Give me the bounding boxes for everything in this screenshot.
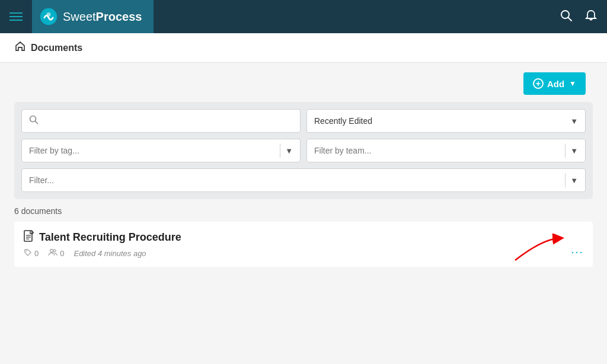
document-count: 6 documents: [14, 206, 593, 216]
doc-actions: ⋮: [569, 246, 583, 258]
sort-select-wrap: Recently Edited A-Z Z-A Recently Created…: [306, 109, 586, 133]
doc-file-icon: [24, 230, 34, 245]
svg-point-12: [53, 250, 56, 252]
bell-icon[interactable]: [584, 9, 598, 25]
filter-input[interactable]: [29, 175, 560, 185]
team-icon: [48, 248, 57, 258]
search-wrap: [21, 109, 301, 133]
doc-edited: Edited 4 minutes ago: [74, 249, 146, 258]
filter-chevron-icon: ▼: [570, 176, 578, 185]
toolbar: + Add ▼: [14, 72, 593, 95]
doc-tag-count: 0: [24, 248, 39, 258]
tag-divider: [280, 143, 280, 158]
logo-bold: Process: [96, 10, 142, 23]
filter-tag-wrap: ▼: [21, 139, 301, 162]
logo-light: Sweet: [63, 10, 96, 23]
filter-row-3: ▼: [21, 168, 586, 192]
doc-edited-text: Edited 4 minutes ago: [74, 249, 146, 258]
header-left: SweetProcess: [9, 0, 154, 33]
svg-line-3: [568, 17, 572, 21]
three-dots-menu[interactable]: ⋮: [569, 246, 583, 258]
search-filter-icon: [29, 115, 39, 127]
doc-title-row: Talent Recruiting Procedure: [24, 230, 583, 245]
doc-title[interactable]: Talent Recruiting Procedure: [39, 231, 181, 244]
filter-team-input[interactable]: [314, 146, 560, 155]
add-button[interactable]: + Add ▼: [523, 72, 586, 95]
header-right: [560, 9, 598, 25]
team-chevron-icon: ▼: [570, 146, 578, 155]
tag-count-value: 0: [34, 249, 39, 258]
team-divider: [565, 143, 566, 158]
filter-row-1: Recently Edited A-Z Z-A Recently Created…: [21, 109, 586, 133]
logo-text: SweetProcess: [63, 10, 142, 24]
filter-divider: [565, 173, 566, 187]
add-chevron-icon: ▼: [569, 79, 576, 88]
search-input[interactable]: [43, 116, 293, 126]
add-button-label: Add: [547, 79, 564, 89]
red-arrow-annotation: [512, 234, 566, 263]
doc-meta: 0 0 Edited 4 minutes ago: [24, 248, 583, 258]
hamburger-menu[interactable]: [9, 12, 23, 21]
svg-point-11: [50, 250, 53, 253]
filter-team-wrap: ▼: [306, 139, 586, 162]
filter-panel: Recently Edited A-Z Z-A Recently Created…: [14, 102, 593, 199]
home-icon: [14, 40, 26, 55]
add-plus-icon: +: [533, 78, 544, 89]
svg-line-5: [36, 122, 38, 124]
svg-rect-6: [24, 231, 32, 241]
main-content: + Add ▼ Recently Edited A-Z: [0, 63, 607, 276]
tag-chevron-icon: ▼: [285, 146, 293, 155]
logo-area: SweetProcess: [32, 0, 154, 33]
filter-full-wrap: ▼: [21, 168, 586, 192]
filter-tag-input[interactable]: [29, 146, 275, 155]
search-icon[interactable]: [560, 9, 573, 25]
tag-icon: [24, 248, 32, 258]
sort-select[interactable]: Recently Edited A-Z Z-A Recently Created: [314, 116, 578, 126]
team-count-value: 0: [60, 249, 64, 258]
app-header: SweetProcess: [0, 0, 607, 33]
svg-point-10: [26, 251, 27, 252]
doc-team-count: 0: [48, 248, 64, 258]
logo-icon: [39, 7, 58, 26]
breadcrumb-label: Documents: [31, 43, 82, 53]
document-item: Talent Recruiting Procedure 0: [14, 222, 593, 267]
filter-row-2: ▼ ▼: [21, 139, 586, 162]
svg-point-1: [46, 12, 50, 17]
breadcrumb: Documents: [0, 33, 607, 63]
